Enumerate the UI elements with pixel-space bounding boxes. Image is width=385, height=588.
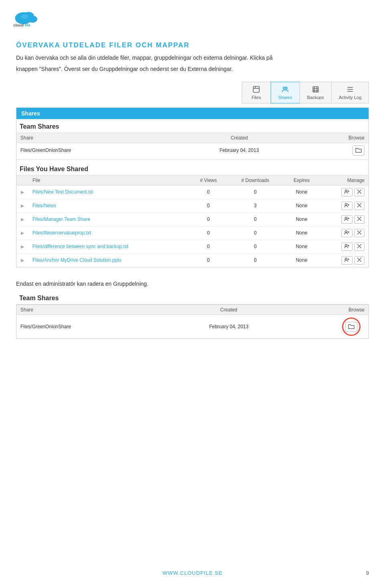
delete-share-button[interactable] bbox=[354, 242, 365, 251]
expand-icon[interactable]: ▶ bbox=[16, 240, 28, 253]
svg-point-3 bbox=[21, 14, 28, 19]
manage-cell bbox=[320, 185, 369, 199]
team-shares-table: Share Created Browse Files/GreenOnionSha… bbox=[16, 133, 369, 158]
svg-text:cloud: cloud bbox=[13, 23, 24, 27]
table-row: ▶ Files/Anchor MyDrive Cloud Solution.pp… bbox=[16, 253, 369, 267]
manage-users-button[interactable] bbox=[341, 229, 353, 237]
table-row: ▶ Files/New Text Document.txt 0 0 None bbox=[16, 185, 369, 199]
delete-share-button[interactable] bbox=[354, 229, 365, 237]
file-name: Files/Anchor MyDrive Cloud Solution.pptx bbox=[28, 253, 189, 267]
col-created2: Created bbox=[168, 305, 290, 315]
intro-text-2: knappen "Shares". Överst ser du Gruppdel… bbox=[16, 65, 369, 73]
page-title: ÖVERVAKA UTDELADE FILER OCH MAPPAR bbox=[16, 41, 369, 49]
manage-users-button[interactable] bbox=[341, 215, 353, 224]
footer: WWW.CLOUDFILE.SE bbox=[0, 570, 385, 576]
table-row: Files/GreenOnionShare February 04, 2013 bbox=[16, 143, 369, 158]
views-count: 0 bbox=[189, 185, 228, 199]
manage-users-button[interactable] bbox=[341, 256, 353, 265]
second-team-share-browse bbox=[290, 315, 369, 339]
expires-value: None bbox=[283, 240, 320, 253]
cloudfile-logo: cloud file bbox=[12, 7, 48, 29]
team-shares-title: Team Shares bbox=[16, 119, 369, 133]
svg-point-10 bbox=[285, 87, 287, 89]
files-shared-title: Files You Have Shared bbox=[16, 162, 369, 175]
downloads-count: 0 bbox=[227, 253, 283, 267]
delete-share-button[interactable] bbox=[354, 215, 365, 224]
views-count: 0 bbox=[189, 240, 228, 253]
manage-users-button[interactable] bbox=[341, 202, 353, 210]
expand-icon[interactable]: ▶ bbox=[16, 199, 28, 212]
table-row: Files/GreenOnionShare February 04, 2013 bbox=[16, 315, 369, 339]
browse-folder-button[interactable] bbox=[353, 145, 365, 156]
highlight-circle bbox=[342, 317, 361, 336]
nav-btn-activity-log[interactable]: Activity Log bbox=[331, 82, 369, 103]
svg-point-2 bbox=[28, 16, 37, 23]
second-team-shares-title: Team Shares bbox=[16, 291, 369, 304]
team-share-name: Files/GreenOnionShare bbox=[16, 143, 175, 158]
downloads-count: 3 bbox=[227, 199, 283, 212]
page-content: ÖVERVAKA UTDELADE FILER OCH MAPPAR Du ka… bbox=[0, 33, 385, 370]
expires-value: None bbox=[283, 253, 320, 267]
manage-cell bbox=[320, 212, 369, 226]
expand-icon[interactable]: ▶ bbox=[16, 185, 28, 199]
logo-area: cloud file bbox=[0, 0, 385, 33]
expand-icon[interactable]: ▶ bbox=[16, 226, 28, 240]
nav-btn-files[interactable]: Files bbox=[242, 82, 271, 103]
views-count: 0 bbox=[189, 212, 228, 226]
delete-share-button[interactable] bbox=[354, 188, 365, 196]
browse-folder-button-2[interactable] bbox=[345, 322, 357, 332]
table-row: ▶ Files/fileservervalueprop.txt 0 0 None bbox=[16, 226, 369, 240]
file-name: Files/Manager Team Share bbox=[28, 212, 189, 226]
expand-icon[interactable]: ▶ bbox=[16, 212, 28, 226]
footer-url: WWW.CLOUDFILE.SE bbox=[162, 570, 223, 576]
col-expand bbox=[16, 175, 28, 185]
views-count: 0 bbox=[189, 253, 228, 267]
expires-value: None bbox=[283, 226, 320, 240]
svg-point-29 bbox=[345, 217, 347, 219]
table-row: ▶ Files/News 0 3 None bbox=[16, 199, 369, 212]
expires-value: None bbox=[283, 212, 320, 226]
col-downloads: # Downloads bbox=[227, 175, 283, 185]
col-manage: Manage bbox=[320, 175, 369, 185]
file-name: Files/New Text Document.txt bbox=[28, 185, 189, 199]
nav-label-files: Files bbox=[251, 95, 261, 100]
manage-cell bbox=[320, 199, 369, 212]
manage-users-button[interactable] bbox=[341, 242, 353, 251]
nav-toolbar: Files Shares Backups bbox=[16, 82, 369, 103]
shares-panel: Shares Team Shares Share Created Browse … bbox=[16, 107, 369, 267]
table-row: ▶ Files/Manager Team Share 0 0 None bbox=[16, 212, 369, 226]
second-team-share-created: February 04, 2013 bbox=[168, 315, 290, 339]
delete-share-button[interactable] bbox=[354, 256, 365, 265]
nav-label-backups: Backups bbox=[307, 95, 324, 100]
downloads-count: 0 bbox=[227, 185, 283, 199]
svg-point-19 bbox=[345, 190, 347, 192]
nav-btn-shares[interactable]: Shares bbox=[271, 82, 300, 103]
page-number: 9 bbox=[366, 570, 369, 576]
nav-btn-backups[interactable]: Backups bbox=[300, 82, 331, 103]
second-section: Endast en administratör kan radera en Gr… bbox=[16, 279, 369, 339]
intro-text-1: Du kan övervaka och se alla din utdelade… bbox=[16, 53, 369, 62]
second-team-share-name: Files/GreenOnionShare bbox=[16, 315, 168, 339]
expires-value: None bbox=[283, 185, 320, 199]
file-name: Files/fileservervalueprop.txt bbox=[28, 226, 189, 240]
svg-point-39 bbox=[345, 244, 347, 246]
svg-rect-11 bbox=[313, 87, 318, 92]
manage-users-button[interactable] bbox=[341, 188, 353, 196]
views-count: 0 bbox=[189, 199, 228, 212]
svg-point-34 bbox=[345, 230, 347, 232]
expires-value: None bbox=[283, 199, 320, 212]
downloads-count: 0 bbox=[227, 240, 283, 253]
col-browse2: Browse bbox=[290, 305, 369, 315]
table-row: ▶ Files/difference between sync and back… bbox=[16, 240, 369, 253]
svg-text:file: file bbox=[25, 23, 31, 27]
manage-cell bbox=[320, 240, 369, 253]
delete-share-button[interactable] bbox=[354, 202, 365, 210]
files-shared-table: File # Views # Downloads Expires Manage … bbox=[16, 175, 369, 267]
views-count: 0 bbox=[189, 226, 228, 240]
col-file: File bbox=[28, 175, 189, 185]
col-expires: Expires bbox=[283, 175, 320, 185]
col-browse: Browse bbox=[303, 133, 369, 143]
expand-icon[interactable]: ▶ bbox=[16, 253, 28, 267]
second-section-intro: Endast en administratör kan radera en Gr… bbox=[16, 279, 369, 288]
downloads-count: 0 bbox=[227, 212, 283, 226]
